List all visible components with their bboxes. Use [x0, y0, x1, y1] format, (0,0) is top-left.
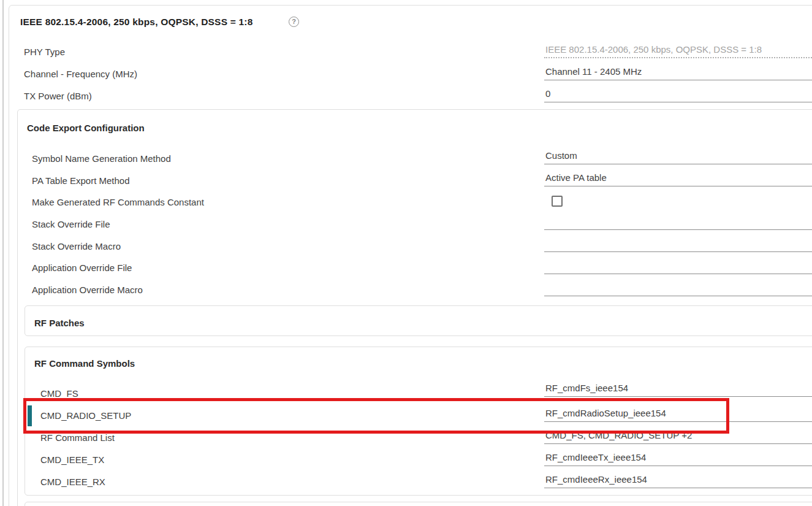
next-section-card	[25, 502, 812, 506]
help-icon[interactable]: ?	[289, 17, 299, 27]
cmd-ieee-rx-input[interactable]: RF_cmdIeeeRx_ieee154	[544, 472, 812, 488]
application-override-macro-input[interactable]	[544, 280, 812, 296]
code-export-section-title: Code Export Configuration	[27, 122, 145, 134]
cmd-radio-setup-label: CMD_RADIO_SETUP	[40, 410, 131, 422]
stack-override-macro-label: Stack Override Macro	[32, 240, 121, 253]
cmd-fs-input[interactable]: RF_cmdFs_ieee154	[544, 381, 812, 397]
panel-splitter[interactable]	[2, 0, 4, 506]
application-override-file-label: Application Override File	[32, 262, 132, 274]
cmd-ieee-rx-label: CMD_IEEE_RX	[40, 476, 105, 488]
stack-override-macro-input[interactable]	[544, 236, 812, 252]
phy-type-label: PHY Type	[24, 46, 65, 58]
rf-commands-constant-label: Make Generated RF Commands Constant	[32, 196, 204, 209]
application-override-file-input[interactable]	[544, 258, 812, 274]
rf-command-list-select[interactable]: CMD_FS, CMD_RADIO_SETUP +2	[544, 428, 812, 444]
rf-commands-constant-checkbox[interactable]	[552, 196, 563, 207]
phy-type-value: IEEE 802.15.4-2006, 250 kbps, OQPSK, DSS…	[544, 42, 812, 58]
rf-command-symbols-section-title: RF Command Symbols	[34, 358, 135, 370]
cmd-ieee-tx-label: CMD_IEEE_TX	[40, 454, 104, 466]
symbol-name-method-label: Symbol Name Generation Method	[32, 153, 171, 165]
channel-frequency-select[interactable]: Channel 11 - 2405 MHz	[544, 64, 812, 80]
cmd-fs-label: CMD_FS	[40, 388, 78, 400]
channel-frequency-label: Channel - Frequency (MHz)	[24, 68, 137, 80]
pa-table-export-select[interactable]: Active PA table	[544, 171, 812, 186]
settings-panel: IEEE 802.15.4-2006, 250 kbps, OQPSK, DSS…	[0, 0, 812, 506]
symbol-name-method-select[interactable]: Custom	[544, 148, 812, 164]
stack-override-file-input[interactable]	[544, 214, 812, 230]
tx-power-select[interactable]: 0	[544, 86, 812, 102]
stack-override-file-label: Stack Override File	[32, 218, 110, 231]
rf-patches-section-title: RF Patches	[34, 317, 85, 329]
cmd-radio-setup-input[interactable]: RF_cmdRadioSetup_ieee154	[544, 406, 812, 422]
rf-command-list-label: RF Command List	[40, 432, 115, 444]
tx-power-label: TX Power (dBm)	[24, 90, 92, 102]
modified-field-accent-bar	[28, 405, 32, 426]
panel-title: IEEE 802.15.4-2006, 250 kbps, OQPSK, DSS…	[20, 16, 252, 28]
application-override-macro-label: Application Override Macro	[32, 284, 143, 296]
pa-table-export-label: PA Table Export Method	[32, 175, 130, 187]
cmd-ieee-tx-input[interactable]: RF_cmdIeeeTx_ieee154	[544, 450, 812, 466]
rf-patches-card	[25, 305, 812, 336]
